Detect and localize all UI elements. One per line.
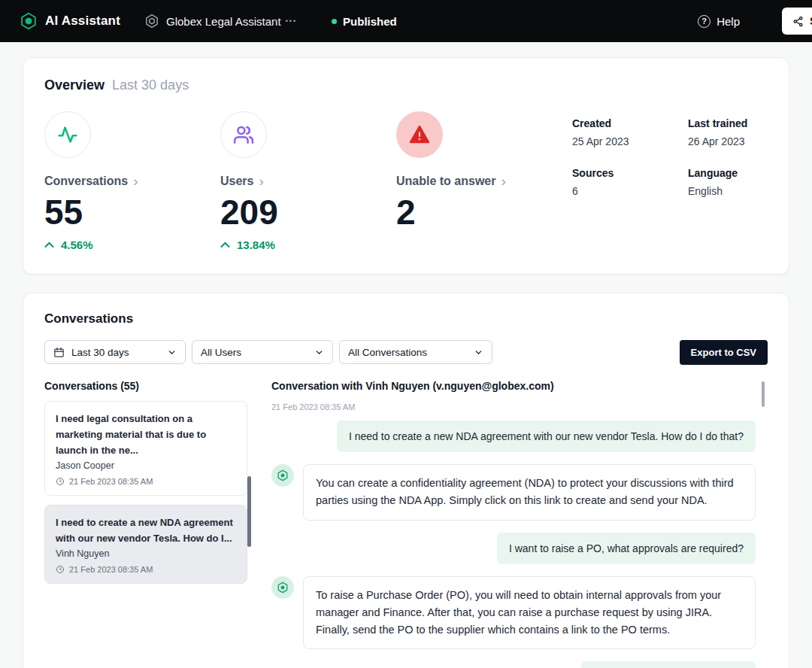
chat-timestamp: 21 Feb 2023 08:35 AM bbox=[271, 402, 756, 411]
date-range-select[interactable]: Last 30 days bbox=[44, 340, 186, 364]
chevron-right-icon: › bbox=[133, 176, 138, 187]
chevron-down-icon bbox=[314, 348, 324, 357]
help-label: Help bbox=[717, 15, 740, 28]
chevron-right-icon: › bbox=[259, 176, 263, 187]
more-menu-button[interactable]: ••• bbox=[286, 17, 297, 25]
main-content: Overview Last 30 days Conversations › 55 bbox=[0, 42, 812, 668]
detail-language: Language English bbox=[688, 167, 768, 197]
activity-icon bbox=[44, 111, 91, 158]
export-csv-button[interactable]: Export to CSV bbox=[680, 340, 768, 365]
chevron-right-icon: › bbox=[501, 176, 505, 187]
chat-panel: Conversation with Vinh Nguyen (v.nguyen@… bbox=[271, 380, 768, 668]
metric-users-link[interactable]: Users › bbox=[220, 175, 396, 188]
top-bar: AI Assistant Globex Legal Assistant ••• … bbox=[0, 0, 812, 42]
user-message: I need to create a new NDA agreement wit… bbox=[337, 421, 756, 452]
chat-scrollbar-thumb[interactable] bbox=[762, 381, 765, 407]
share-button[interactable]: Share bbox=[782, 8, 812, 35]
bot-message: To raise a Purchase Order (PO), you will… bbox=[271, 576, 756, 650]
bot-avatar bbox=[271, 576, 294, 599]
help-button[interactable]: ? Help bbox=[698, 15, 740, 28]
help-icon: ? bbox=[698, 15, 710, 28]
assistant-switcher[interactable]: Globex Legal Assistant bbox=[144, 14, 281, 29]
conversation-list-item[interactable]: I need legal consultation on a marketing… bbox=[44, 401, 247, 496]
conversation-list-title: Conversations (55) bbox=[44, 380, 247, 392]
message-list: I need to create a new NDA agreement wit… bbox=[271, 421, 756, 668]
calendar-icon bbox=[53, 347, 65, 358]
detail-created: Created 25 Apr 2023 bbox=[572, 117, 688, 147]
conversations-title: Conversations bbox=[44, 311, 768, 326]
app-logo-icon bbox=[20, 12, 38, 30]
metric-unable-link[interactable]: Unable to answer › bbox=[396, 175, 572, 188]
metric-users-value: 209 bbox=[220, 193, 396, 232]
warning-icon bbox=[396, 111, 443, 158]
metric-unable-value: 2 bbox=[396, 193, 572, 232]
detail-sources: Sources 6 bbox=[572, 167, 688, 197]
chevron-down-icon bbox=[167, 348, 177, 357]
metric-conversations-value: 55 bbox=[44, 193, 220, 232]
metric-users: Users › 209 13.84% bbox=[220, 111, 396, 251]
clock-icon bbox=[56, 477, 65, 486]
chevron-down-icon bbox=[474, 348, 483, 357]
overview-title: Overview bbox=[44, 77, 105, 93]
users-filter-select[interactable]: All Users bbox=[192, 340, 333, 364]
assistant-name: Globex Legal Assistant bbox=[166, 15, 281, 28]
users-icon bbox=[220, 111, 267, 158]
list-scrollbar-thumb[interactable] bbox=[247, 476, 251, 547]
conversation-list-item-selected[interactable]: I need to create a new NDA agreement wit… bbox=[44, 505, 247, 584]
published-dot-icon bbox=[332, 19, 337, 24]
chat-title: Conversation with Vinh Nguyen (v.nguyen@… bbox=[271, 380, 756, 392]
user-message: What is our social media policy? bbox=[581, 661, 756, 668]
app-brand: AI Assistant bbox=[20, 12, 120, 30]
conversation-list: Conversations (55) I need legal consulta… bbox=[44, 380, 247, 668]
conversations-card: Conversations Last 30 days All Users bbox=[23, 293, 789, 668]
chevron-up-icon bbox=[220, 241, 230, 248]
metric-users-delta: 13.84% bbox=[220, 238, 396, 251]
metric-unable-to-answer: Unable to answer › 2 bbox=[396, 111, 572, 251]
published-label: Published bbox=[343, 15, 397, 28]
conversation-type-select[interactable]: All Conversations bbox=[339, 340, 492, 364]
clock-icon bbox=[56, 565, 65, 574]
overview-subtitle: Last 30 days bbox=[112, 77, 189, 93]
chevron-up-icon bbox=[44, 241, 54, 248]
metric-conversations-link[interactable]: Conversations › bbox=[44, 175, 220, 188]
detail-last-trained: Last trained 26 Apr 2023 bbox=[688, 117, 768, 147]
assistant-hexagon-icon bbox=[144, 14, 159, 29]
app-title: AI Assistant bbox=[45, 14, 120, 29]
overview-card: Overview Last 30 days Conversations › 55 bbox=[23, 57, 789, 275]
filters-row: Last 30 days All Users All Conversations… bbox=[44, 340, 768, 365]
metric-conversations-delta: 4.56% bbox=[44, 238, 220, 251]
share-icon bbox=[792, 16, 804, 27]
bot-message: You can create a confidentiality agreeme… bbox=[271, 464, 756, 520]
user-message: I want to raise a PO, what approvals are… bbox=[497, 533, 756, 564]
bot-avatar bbox=[271, 464, 294, 487]
publish-status: Published bbox=[332, 15, 397, 28]
overview-details: Created 25 Apr 2023 Last trained 26 Apr … bbox=[572, 117, 768, 251]
metric-conversations: Conversations › 55 4.56% bbox=[44, 111, 220, 251]
